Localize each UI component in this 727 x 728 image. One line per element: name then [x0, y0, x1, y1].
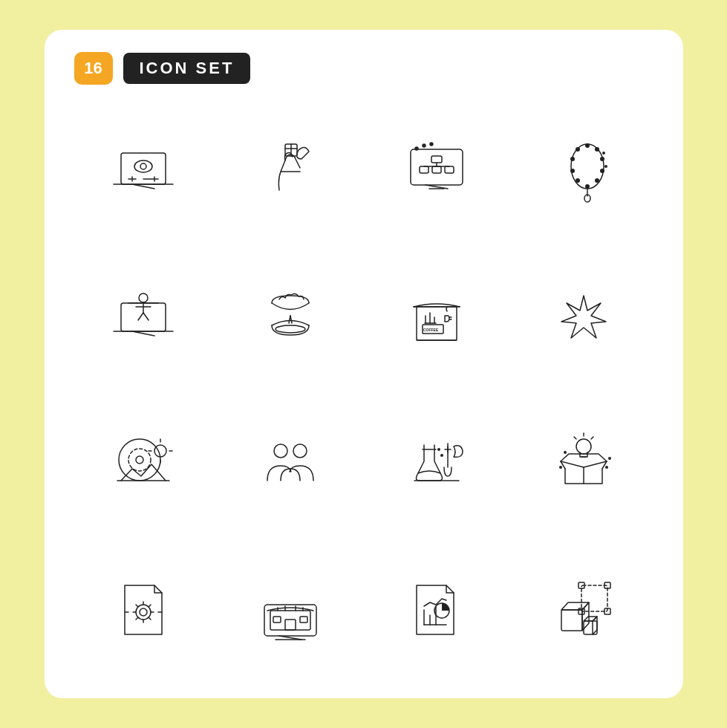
svg-line-47	[143, 313, 149, 320]
svg-point-30	[595, 178, 599, 183]
team-icon	[221, 397, 360, 530]
svg-line-85	[591, 437, 593, 439]
svg-point-34	[570, 157, 575, 161]
svg-line-99	[149, 605, 151, 607]
3d-objects-icon	[514, 544, 653, 677]
svg-point-28	[600, 157, 604, 161]
svg-point-23	[423, 144, 426, 147]
svg-point-89	[608, 457, 611, 460]
svg-rect-16	[431, 156, 442, 163]
hourglass-icon	[221, 252, 360, 385]
svg-point-88	[605, 466, 608, 469]
hand-settings-icon	[221, 105, 360, 238]
svg-point-27	[595, 147, 599, 152]
svg-point-24	[430, 143, 433, 146]
svg-point-32	[576, 178, 580, 183]
svg-rect-52	[417, 307, 457, 340]
svg-line-86	[574, 437, 576, 439]
svg-point-35	[576, 147, 580, 152]
svg-point-22	[415, 147, 418, 150]
svg-rect-13	[411, 149, 463, 185]
header: 16 ICON SET	[74, 52, 653, 85]
svg-point-92	[140, 608, 147, 616]
svg-rect-20	[432, 166, 441, 173]
svg-line-97	[136, 605, 138, 607]
svg-line-51	[290, 316, 292, 323]
svg-point-26	[585, 143, 590, 148]
svg-point-4	[140, 163, 146, 169]
svg-point-82	[576, 439, 591, 454]
svg-point-87	[559, 466, 562, 469]
settings-file-icon	[74, 544, 214, 677]
svg-point-25	[571, 144, 604, 189]
svg-line-98	[149, 617, 151, 620]
svg-point-33	[570, 169, 575, 173]
svg-point-39	[604, 165, 607, 168]
svg-rect-21	[445, 166, 454, 173]
svg-line-2	[132, 184, 154, 189]
svg-rect-124	[561, 610, 582, 631]
svg-line-100	[136, 617, 138, 620]
svg-rect-106	[270, 611, 310, 630]
main-card: 16 ICON SET	[45, 30, 683, 698]
svg-text:COFFEE: COFFEE	[423, 328, 439, 332]
starfish-icon	[514, 252, 653, 385]
svg-point-77	[437, 448, 440, 451]
surveillance-laptop-icon	[74, 105, 214, 238]
svg-rect-119	[581, 585, 607, 611]
science-icon	[368, 397, 507, 530]
svg-rect-111	[285, 620, 296, 630]
svg-point-38	[602, 152, 605, 155]
svg-point-49	[276, 325, 305, 333]
svg-point-72	[274, 444, 287, 458]
svg-point-43	[139, 293, 148, 302]
svg-line-42	[132, 331, 154, 336]
svg-rect-112	[273, 617, 281, 623]
ecommerce-laptop-icon	[74, 252, 214, 385]
icon-grid: COFFEE	[74, 105, 653, 676]
svg-point-29	[600, 169, 604, 173]
monitor-hierarchy-icon	[368, 105, 507, 238]
svg-rect-113	[300, 617, 307, 623]
svg-point-76	[440, 454, 443, 457]
svg-point-65	[128, 449, 151, 471]
title: ICON SET	[123, 53, 251, 84]
online-store-icon	[221, 544, 360, 677]
svg-point-90	[564, 451, 567, 454]
svg-point-3	[134, 160, 152, 172]
vinyl-landscape-icon	[74, 397, 214, 530]
badge-number: 16	[74, 52, 113, 85]
coffee-shop-icon: COFFEE	[368, 252, 507, 385]
svg-rect-19	[420, 166, 428, 173]
idea-box-icon	[514, 397, 653, 530]
svg-point-64	[136, 456, 143, 464]
svg-point-73	[293, 444, 307, 458]
necklace-icon	[514, 105, 653, 238]
svg-line-46	[138, 313, 143, 320]
report-icon	[368, 544, 507, 677]
